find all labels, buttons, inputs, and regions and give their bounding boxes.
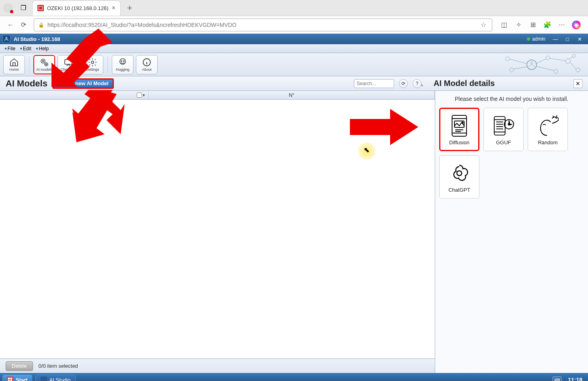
- toolbar-home[interactable]: Home: [3, 55, 25, 74]
- diffusion-icon: [448, 114, 470, 138]
- svg-point-39: [462, 122, 463, 123]
- svg-point-0: [6, 37, 7, 39]
- close-panel-button[interactable]: ✕: [574, 79, 582, 88]
- maximize-button[interactable]: □: [561, 35, 574, 43]
- app-logo-icon: [2, 35, 10, 43]
- start-icon: [7, 377, 13, 381]
- header-number[interactable]: N°: [149, 91, 435, 99]
- app-title: AI Studio - 192.168: [14, 36, 527, 42]
- details-panel: Please select the AI model you wish to i…: [435, 91, 588, 373]
- workspaces-icon[interactable]: ❐: [19, 4, 27, 12]
- menu-file[interactable]: ■File: [2, 46, 18, 51]
- hugging-icon: [118, 57, 127, 67]
- new-tab-button[interactable]: +: [127, 3, 132, 13]
- models-list-panel: ▾ N° Delete 0/0 item selected ⬉: [0, 91, 435, 373]
- random-icon: [537, 114, 559, 138]
- toolbar: Home AI models Chat bots Settings Huggin…: [0, 53, 588, 76]
- toolbar-ai-models[interactable]: AI models: [33, 55, 55, 74]
- details-instruction: Please select the AI model you wish to i…: [439, 96, 584, 102]
- copilot-icon[interactable]: ◉: [572, 20, 581, 29]
- toolbar-separator: [29, 57, 29, 73]
- svg-point-17: [546, 56, 550, 60]
- browser-tab[interactable]: OZEKI 10 (192.168.0.126) ×: [32, 0, 121, 16]
- svg-point-1: [41, 59, 45, 63]
- svg-line-22: [510, 59, 527, 63]
- clock: 11:18: [565, 377, 586, 381]
- keyboard-icon[interactable]: ⌨: [553, 377, 561, 381]
- help-button[interactable]: ?: [413, 79, 421, 88]
- main-content: ▾ N° Delete 0/0 item selected ⬉ Please s…: [0, 91, 588, 373]
- gear-icon: [39, 57, 49, 67]
- lock-icon: 🔒: [38, 22, 44, 28]
- model-card-chatgpt[interactable]: ChatGPT: [439, 155, 479, 199]
- svg-point-15: [506, 57, 510, 61]
- back-button[interactable]: ←: [4, 18, 17, 31]
- close-button[interactable]: ✕: [574, 35, 586, 43]
- svg-line-24: [537, 59, 546, 63]
- table-header: ▾ N°: [0, 91, 435, 100]
- model-card-diffusion[interactable]: Diffusion: [439, 108, 479, 151]
- taskbar-ai-studio[interactable]: AI Studio: [35, 375, 76, 381]
- start-label: Start: [16, 377, 28, 381]
- more-icon[interactable]: ⋯: [557, 20, 566, 29]
- model-label: Random: [538, 139, 557, 145]
- model-grid: Diffusion GGUF: [439, 108, 584, 199]
- search-input[interactable]: [357, 81, 417, 86]
- favorites-icon[interactable]: ✧: [514, 20, 523, 29]
- svg-line-54: [556, 115, 557, 117]
- toolbar-separator: [107, 57, 108, 73]
- menu-edit[interactable]: ■Edit: [18, 46, 34, 51]
- browser-tab-strip: ❐ OZEKI 10 (192.168.0.126) × +: [0, 0, 588, 16]
- svg-point-18: [554, 70, 558, 74]
- favorite-icon[interactable]: ☆: [479, 20, 488, 29]
- admin-badge[interactable]: admin: [527, 36, 545, 42]
- svg-rect-58: [10, 378, 12, 379]
- home-icon: [9, 57, 19, 67]
- toolbar-chat-bots[interactable]: Chat bots: [58, 55, 79, 74]
- svg-marker-51: [509, 120, 510, 124]
- svg-point-19: [565, 59, 570, 63]
- create-new-ai-model-button[interactable]: Create new AI Model: [52, 78, 114, 89]
- selection-count: 0/0 item selected: [39, 363, 78, 369]
- svg-line-23: [513, 67, 528, 69]
- tab-close-icon[interactable]: ×: [112, 4, 115, 12]
- address-bar: ← ⟳ 🔒 https://localhost:9520/AI_Studio/?…: [0, 16, 588, 34]
- model-card-random[interactable]: Random: [528, 108, 568, 151]
- url-field[interactable]: 🔒 https://localhost:9520/AI_Studio/?a=Mo…: [34, 18, 492, 31]
- chat-icon: [64, 57, 73, 67]
- refresh-button[interactable]: ⟳: [399, 79, 408, 88]
- toolbar-about[interactable]: About: [136, 55, 158, 74]
- gguf-icon: [493, 114, 514, 138]
- svg-point-4: [46, 64, 47, 65]
- model-label: GGUF: [496, 139, 511, 145]
- model-card-gguf[interactable]: GGUF: [483, 108, 524, 151]
- reload-button[interactable]: ⟳: [17, 18, 30, 31]
- minimize-button[interactable]: —: [549, 35, 561, 43]
- content-header: AI Models Create new AI Model 🔍 ⟳ ? AI M…: [0, 76, 588, 91]
- collections-icon[interactable]: ⊞: [528, 20, 537, 29]
- delete-button[interactable]: Delete: [6, 361, 33, 371]
- model-label: ChatGPT: [448, 187, 470, 193]
- search-box[interactable]: 🔍: [354, 79, 394, 88]
- details-title: AI Model details: [434, 79, 574, 88]
- app-title-bar: AI Studio - 192.168 admin — □ ✕: [0, 34, 588, 44]
- tab-title: OZEKI 10 (192.168.0.126): [47, 5, 109, 11]
- start-button[interactable]: Start: [2, 375, 32, 381]
- menu-bar: ■File ■Edit ■Help: [0, 44, 588, 53]
- toolbar-settings[interactable]: Settings: [82, 55, 103, 74]
- profile-avatar-icon[interactable]: [3, 3, 13, 13]
- select-all-checkbox[interactable]: [137, 92, 142, 98]
- svg-point-14: [530, 61, 533, 64]
- task-icon: [41, 377, 47, 381]
- svg-line-26: [549, 58, 566, 61]
- status-dot-icon: [527, 37, 530, 41]
- svg-point-3: [45, 63, 48, 66]
- toolbar-hugging[interactable]: Hugging: [112, 55, 134, 74]
- extensions-icon[interactable]: 🧩: [543, 20, 552, 29]
- svg-rect-57: [8, 378, 10, 379]
- split-screen-icon[interactable]: ◫: [500, 20, 508, 29]
- header-checkbox-cell[interactable]: ▾: [133, 91, 149, 99]
- page-title: AI Models: [6, 78, 47, 89]
- menu-help[interactable]: ■Help: [34, 46, 51, 51]
- table-footer: Delete 0/0 item selected: [0, 358, 435, 373]
